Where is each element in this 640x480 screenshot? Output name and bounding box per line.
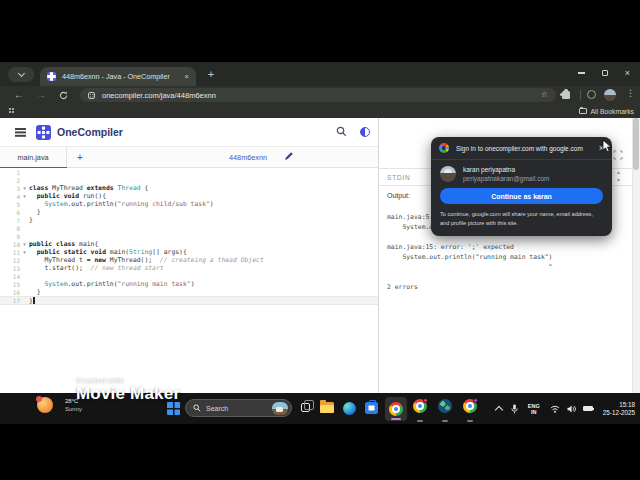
toolbar-divider <box>580 90 581 100</box>
output-label: Output: <box>387 192 410 199</box>
taskbar-search[interactable]: Search <box>185 399 292 417</box>
code-line[interactable]: 2 <box>0 176 378 184</box>
code-line[interactable]: 15 System.out.println("running main task… <box>0 280 378 288</box>
microphone-icon[interactable] <box>511 404 518 414</box>
edge-browser-icon[interactable] <box>343 402 356 415</box>
code-line[interactable]: 13 t.start(); // new thread start <box>0 264 378 272</box>
code-line[interactable]: 9 <box>0 232 378 240</box>
project-id[interactable]: 448m6exnn <box>229 153 267 162</box>
url-text[interactable]: onecompiler.com/java/448m6exnn <box>102 91 216 100</box>
code-line[interactable]: 10▾public class main{ <box>0 240 378 248</box>
code-line[interactable]: 5 System.out.println("running child/sub … <box>0 200 378 208</box>
forward-button[interactable]: → <box>34 88 48 102</box>
code-line[interactable]: 17} <box>0 296 378 305</box>
site-info-icon[interactable] <box>88 92 95 99</box>
browser-toolbar: ← → onecompiler.com/java/448m6exnn ☆ ⋮ <box>0 86 640 104</box>
code-line[interactable]: 3▾class MyThread extends Thread { <box>0 184 378 192</box>
microsoft-store-icon[interactable] <box>365 402 378 414</box>
wifi-icon[interactable] <box>550 405 560 413</box>
file-tab-main-java[interactable]: main.java <box>0 147 67 168</box>
continue-button[interactable]: Continue as karan <box>440 188 603 204</box>
chrome-profile-purple[interactable] <box>462 399 478 421</box>
chrome-active-app[interactable] <box>385 397 407 421</box>
browser-tab[interactable]: 448m6exnn - Java - OneCompiler × <box>40 67 196 86</box>
code-text: System.out.println("running main task") <box>29 280 194 288</box>
code-line[interactable]: 8 <box>0 224 378 232</box>
window-controls: × <box>578 62 634 84</box>
account-email: periyapatnakaran@gmail.com <box>463 175 549 182</box>
back-button[interactable]: ← <box>12 88 26 102</box>
lang-line1: ENG <box>528 403 540 409</box>
volume-icon[interactable] <box>567 405 576 413</box>
code-text: public static void main(String[] args){ <box>29 248 187 256</box>
chrome-icon <box>413 399 427 413</box>
clock[interactable]: 15:18 25-12-2025 <box>603 401 635 417</box>
line-number: 14 <box>0 273 20 280</box>
tab-close-icon[interactable]: × <box>184 73 189 81</box>
output-expand-icon[interactable] <box>613 150 623 160</box>
apps-grid-icon[interactable] <box>9 108 11 110</box>
line-number: 16 <box>0 289 20 296</box>
code-text: public void run(){ <box>29 192 106 200</box>
line-number: 3 <box>0 185 20 192</box>
line-number: 4 <box>0 193 20 200</box>
fold-arrow-icon[interactable]: ▾ <box>20 192 29 200</box>
tab-strip: 448m6exnn - Java - OneCompiler × + × <box>0 62 640 86</box>
minimize-button[interactable] <box>578 72 585 73</box>
code-line[interactable]: 4▾ public void run(){ <box>0 192 378 200</box>
hamburger-menu-icon[interactable] <box>15 128 26 130</box>
watermark: Created with Movie Maker <box>76 376 180 404</box>
code-text: } <box>29 297 35 305</box>
reload-button[interactable] <box>56 88 70 102</box>
hidden-icons-chevron[interactable] <box>495 406 503 414</box>
browser-profile-avatar[interactable] <box>604 89 616 101</box>
search-label: Search <box>206 405 228 412</box>
add-file-button[interactable]: + <box>72 147 88 168</box>
scrollbar-thumb[interactable] <box>633 118 639 170</box>
file-explorer-icon[interactable] <box>320 402 334 413</box>
pinned-extension-icon[interactable] <box>587 90 596 99</box>
google-logo-icon <box>439 143 449 153</box>
bookmark-star-icon[interactable]: ☆ <box>541 91 548 99</box>
code-line[interactable]: 1 <box>0 168 378 176</box>
page-scrollbar[interactable] <box>632 118 640 393</box>
onecompiler-favicon-icon <box>47 72 56 81</box>
maximize-button[interactable] <box>602 70 608 76</box>
all-bookmarks-button[interactable]: All Bookmarks <box>579 104 634 118</box>
task-view-icon[interactable] <box>301 403 310 412</box>
fold-arrow-icon[interactable]: ▾ <box>20 240 29 248</box>
google-signin-popup: Sign in to onecompiler.com with google.c… <box>431 137 612 236</box>
theme-toggle-icon[interactable] <box>360 127 370 137</box>
fold-arrow-icon[interactable]: ▾ <box>20 248 29 256</box>
globe-app[interactable] <box>437 399 453 421</box>
code-line[interactable]: 12 MyThread t = new MyThread(); // creat… <box>0 256 378 264</box>
onecompiler-logo-icon[interactable] <box>36 125 51 140</box>
edit-pencil-icon[interactable] <box>284 152 293 161</box>
battery-icon[interactable] <box>583 406 593 412</box>
code-text: class MyThread extends Thread { <box>29 184 148 192</box>
extensions-icon[interactable] <box>562 91 570 99</box>
code-editor[interactable]: 123▾class MyThread extends Thread {4▾ pu… <box>0 168 378 393</box>
code-line[interactable]: 11▾ public static void main(String[] arg… <box>0 248 378 256</box>
search-icon[interactable] <box>336 126 347 137</box>
brand-name[interactable]: OneCompiler <box>57 126 123 138</box>
chrome-profile-red[interactable] <box>412 399 428 421</box>
code-line[interactable]: 14 <box>0 272 378 280</box>
browser-menu-icon[interactable]: ⋮ <box>626 88 635 98</box>
account-name: karan periyapatna <box>463 166 549 173</box>
system-tray: ENG IN 15:18 25-12-2025 <box>496 393 640 424</box>
address-bar[interactable]: onecompiler.com/java/448m6exnn ☆ <box>80 88 556 102</box>
tab-search-button[interactable] <box>8 67 34 82</box>
close-button[interactable]: × <box>625 69 630 78</box>
search-daily-image <box>272 402 288 415</box>
fold-arrow-icon[interactable]: ▾ <box>20 184 29 192</box>
code-line[interactable]: 7} <box>0 216 378 224</box>
language-indicator[interactable]: ENG IN <box>528 403 540 415</box>
account-row[interactable]: karan periyapatna periyapatnakaran@gmail… <box>440 166 603 182</box>
new-tab-button[interactable]: + <box>203 66 219 82</box>
code-line[interactable]: 16 } <box>0 288 378 296</box>
code-lines: 123▾class MyThread extends Thread {4▾ pu… <box>0 168 378 305</box>
code-line[interactable]: 6 } <box>0 208 378 216</box>
mouse-cursor <box>602 139 613 153</box>
running-app-indicator <box>417 420 423 422</box>
